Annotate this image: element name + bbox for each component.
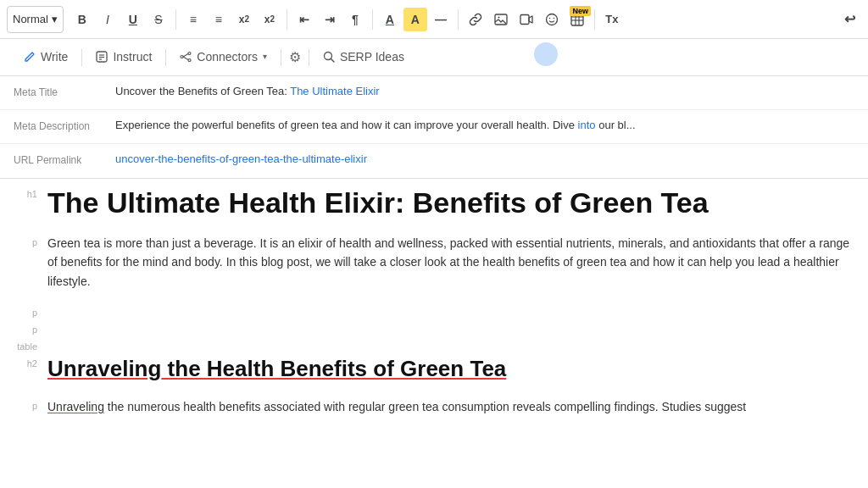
meta-url-value[interactable]: uncover-the-benefits-of-green-tea-the-ul…	[115, 152, 854, 165]
meta-section: Meta Title Uncover the Benefits of Green…	[0, 76, 868, 179]
meta-description-label: Meta Description	[14, 119, 115, 132]
svg-line-19	[183, 57, 188, 60]
text-direction-button[interactable]: ¶	[343, 8, 367, 31]
table-btn-wrapper: New	[565, 8, 589, 31]
style-chevron: ▾	[52, 13, 58, 25]
toolbar: Normal ▾ B I U S ≡ ≡ x2 x2 ⇤ ⇥ ¶ A A —	[0, 0, 868, 39]
settings-button[interactable]: ⚙	[281, 44, 309, 71]
hr-button[interactable]: —	[429, 8, 453, 31]
tab-write-label: Write	[41, 50, 68, 64]
emoji-button[interactable]	[540, 8, 564, 31]
sep5	[594, 9, 595, 30]
link-button[interactable]	[464, 8, 487, 31]
style-label: Normal	[13, 13, 48, 25]
indent-right-button[interactable]: ⇥	[318, 8, 342, 31]
p3-row: p	[14, 314, 854, 331]
p4-row: p Unraveling the numerous health benefit…	[14, 391, 854, 423]
p1-tag: p	[14, 234, 47, 247]
table-tag: table	[14, 338, 47, 352]
p4-paragraph[interactable]: Unraveling the numerous health benefits …	[47, 397, 854, 416]
p1-row: p Green tea is more than just a beverage…	[14, 227, 854, 297]
svg-line-18	[183, 53, 188, 57]
h1-tag: h1	[14, 186, 47, 199]
p3-tag: p	[14, 321, 47, 335]
video-button[interactable]	[515, 8, 538, 31]
meta-url-label: URL Permalink	[14, 152, 115, 166]
svg-point-4	[549, 17, 551, 19]
style-select[interactable]: Normal ▾	[7, 6, 64, 33]
bold-button[interactable]: B	[70, 8, 94, 31]
h2-heading[interactable]: Unraveling the Health Benefits of Green …	[47, 355, 854, 384]
svg-point-1	[498, 16, 499, 18]
emoji-icon	[545, 13, 559, 26]
meta-description-row: Meta Description Experience the powerful…	[0, 110, 868, 144]
highlight-button[interactable]: A	[403, 8, 427, 31]
underline-button[interactable]: U	[121, 8, 145, 31]
content-area: h1 The Ultimate Health Elixir: Benefits …	[0, 179, 868, 488]
svg-line-21	[331, 58, 334, 62]
instruct-icon	[96, 51, 108, 63]
h1-heading[interactable]: The Ultimate Health Elixir: Benefits of …	[47, 186, 854, 220]
table-row: table	[14, 331, 854, 348]
svg-point-5	[554, 17, 555, 19]
tab-instruct[interactable]: Instruct	[82, 42, 165, 74]
svg-point-17	[188, 58, 191, 61]
connectors-chevron: ▾	[263, 52, 267, 61]
meta-url-row: URL Permalink uncover-the-benefits-of-gr…	[0, 144, 868, 178]
image-icon	[494, 13, 508, 26]
meta-description-value[interactable]: Experience the powerful benefits of gree…	[115, 119, 854, 131]
serp-icon	[323, 51, 335, 63]
link-icon	[469, 13, 482, 26]
italic-button[interactable]: I	[96, 8, 120, 31]
p2-tag: p	[14, 304, 47, 318]
h2-tag: h2	[14, 355, 47, 369]
unordered-list-button[interactable]: ≡	[207, 8, 231, 31]
svg-point-15	[181, 55, 183, 58]
p2-row: p	[14, 297, 854, 314]
new-badge: New	[570, 6, 591, 16]
tab-serp[interactable]: SERP Ideas	[309, 42, 418, 74]
meta-title-label: Meta Title	[14, 85, 115, 98]
undo-button[interactable]: ↩	[837, 8, 861, 31]
p1-paragraph[interactable]: Green tea is more than just a beverage. …	[47, 234, 854, 291]
tab-instruct-label: Instruct	[113, 50, 152, 64]
meta-title-link: The Ultimate Elixir	[290, 85, 379, 97]
sep4	[458, 9, 459, 30]
superscript-button[interactable]: x2	[258, 8, 281, 31]
image-button[interactable]	[489, 8, 513, 31]
svg-rect-2	[520, 14, 529, 24]
clear-format-button[interactable]: Tx	[600, 8, 624, 31]
indent-left-button[interactable]: ⇤	[292, 8, 316, 31]
tab-connectors-label: Connectors	[197, 50, 258, 64]
write-icon	[24, 51, 36, 63]
connectors-icon	[180, 51, 192, 63]
meta-title-row: Meta Title Uncover the Benefits of Green…	[0, 76, 868, 110]
subscript-button[interactable]: x2	[232, 8, 256, 31]
ordered-list-button[interactable]: ≡	[181, 8, 205, 31]
font-color-button[interactable]: A	[378, 8, 402, 31]
sep2	[287, 9, 287, 30]
tab-serp-label: SERP Ideas	[340, 50, 404, 64]
video-icon	[520, 13, 533, 26]
tab-bar: Write Instruct Connectors ▾ ⚙ SERP Ideas	[0, 39, 868, 76]
h2-row: h2 Unraveling the Health Benefits of Gre…	[14, 348, 854, 391]
strikethrough-button[interactable]: S	[147, 8, 170, 31]
p4-tag: p	[14, 397, 47, 411]
tab-write[interactable]: Write	[10, 42, 81, 74]
sep1	[175, 9, 176, 30]
meta-title-value[interactable]: Uncover the Benefits of Green Tea: The U…	[115, 85, 854, 97]
h1-row: h1 The Ultimate Health Elixir: Benefits …	[14, 179, 854, 227]
svg-point-3	[546, 14, 557, 25]
tab-connectors[interactable]: Connectors ▾	[166, 42, 281, 74]
svg-point-16	[188, 52, 191, 54]
sep3	[372, 9, 373, 30]
